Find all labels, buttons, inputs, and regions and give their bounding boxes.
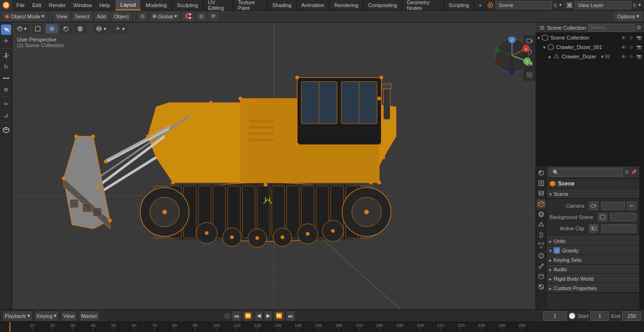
menu-edit[interactable]: Edit [28, 0, 45, 10]
options-button[interactable]: Options ▾ [614, 12, 642, 21]
prop-particles-icon[interactable] [537, 241, 546, 250]
view-layer-input[interactable] [575, 1, 631, 9]
prop-scene-icon[interactable] [537, 199, 546, 209]
workspace-uv-editing[interactable]: UV Editing [203, 0, 233, 10]
render3-icon[interactable]: 📷 [636, 53, 642, 60]
step-forward[interactable]: ⏩ [274, 311, 284, 321]
tool-scale[interactable] [1, 73, 11, 83]
record-button[interactable] [224, 313, 230, 319]
viewport3-icon[interactable]: ⊙ [628, 53, 635, 60]
tool-transform[interactable]: ⊞ [1, 84, 11, 95]
outliner-search[interactable] [588, 24, 635, 32]
menu-window[interactable]: Window [70, 0, 96, 10]
outliner-row-scene-collection[interactable]: ▾ Scene Collection 👁 ⊙ 📷 [536, 33, 644, 42]
audio-section-header[interactable]: ▸ Audio [546, 265, 639, 274]
prop-physics-icon[interactable] [537, 251, 546, 260]
tool-rotate[interactable]: ↻ [1, 62, 11, 72]
workspace-texture-paint[interactable]: Texture Paint [233, 0, 268, 10]
snap-toggle[interactable]: 🧲 [182, 12, 194, 21]
marker-menu[interactable]: Marker [79, 311, 99, 321]
viewport-gizmo-toggle[interactable]: ▾ [111, 24, 128, 33]
active-clip-value[interactable] [601, 224, 636, 233]
gravity-checkbox[interactable]: ✓ [553, 247, 560, 254]
object-menu[interactable]: Object [111, 12, 132, 21]
viewport-shading-rendered[interactable] [74, 24, 86, 33]
prop-output-icon[interactable] [537, 178, 546, 188]
play-forward[interactable]: ▶ [264, 311, 272, 321]
viewport2-icon[interactable]: ⊙ [628, 44, 635, 50]
view-layer-selector[interactable]: ⎘ ▾ [566, 1, 641, 9]
current-frame-input[interactable] [543, 311, 567, 321]
outliner-filter-icon[interactable]: ⊘ [636, 24, 641, 32]
select-menu[interactable]: Select [72, 12, 92, 21]
workspace-shading[interactable]: Shading [268, 0, 297, 10]
add-menu[interactable]: Add [94, 12, 109, 21]
go-to-start[interactable]: ⏮ [232, 311, 241, 321]
camera-field-value[interactable] [601, 202, 625, 210]
timeline-ruler[interactable]: 1 10203040506070809010011012013014015016… [0, 322, 644, 332]
menu-render[interactable]: Render [45, 0, 69, 10]
bg-scene-value[interactable] [610, 213, 636, 221]
workspace-scripting[interactable]: Scripting [444, 0, 474, 10]
start-frame-input[interactable] [590, 311, 609, 321]
workspace-geometry-nodes[interactable]: Geometry Nodes [402, 0, 444, 10]
viewport-shading-solid[interactable] [46, 24, 58, 33]
keying-sets-header[interactable]: ▸ Keying Sets [546, 255, 639, 265]
proportional-edit[interactable]: ◎ [196, 12, 206, 21]
prop-constraints-icon[interactable] [537, 261, 546, 271]
workspace-compositing[interactable]: Compositing [363, 0, 402, 10]
viewport-shading-wire[interactable] [32, 24, 44, 33]
keying-menu[interactable]: Keying ▾ [35, 311, 59, 321]
step-back[interactable]: ⏪ [243, 311, 253, 321]
view-layer-copy-icon[interactable]: ⎘ [633, 2, 636, 8]
tool-add-cube[interactable] [1, 125, 11, 135]
view-menu-tl[interactable]: View [61, 311, 76, 321]
clock-icon[interactable]: 🕐 [569, 313, 576, 319]
outliner-row-crawler-dozer-mesh[interactable]: ▸ Crawler_Dozer ▼99 👁 ⊙ 📷 [536, 52, 644, 61]
play-back[interactable]: ◀ [255, 311, 263, 321]
props-search-input[interactable] [549, 168, 623, 177]
workspace-rendering[interactable]: Rendering [330, 0, 363, 10]
bg-scene-icon[interactable] [598, 213, 607, 221]
viewport-restrict-icon[interactable]: ⊙ [628, 34, 635, 41]
render2-icon[interactable]: 📷 [636, 44, 642, 50]
view-layer-browse-icon[interactable]: ▾ [638, 2, 641, 8]
scene-section-header[interactable]: ▾ Scene [546, 189, 639, 199]
units-section-header[interactable]: ▸ Units [546, 236, 639, 246]
3d-viewport[interactable]: ▾ ▾ ▾ User [12, 23, 536, 309]
prop-view-layer-icon[interactable] [537, 189, 546, 198]
viewport-shading-material[interactable] [60, 24, 72, 33]
workspace-sculpting[interactable]: Sculpting [172, 0, 203, 10]
props-filter-icon[interactable]: ⊘ [625, 169, 629, 175]
prop-material-icon[interactable] [537, 282, 546, 292]
workspace-animation[interactable]: Animation [297, 0, 330, 10]
prop-render-icon[interactable] [537, 168, 546, 178]
prop-world-icon[interactable] [537, 210, 546, 219]
render-restrict-icon[interactable]: 📷 [636, 34, 642, 41]
custom-props-header[interactable]: ▸ Custom Properties [546, 283, 639, 293]
props-pin-button[interactable]: 📌 [631, 170, 636, 175]
scene-browse-icon[interactable]: ▾ [559, 2, 562, 8]
scene-selector[interactable]: ⎘ ▾ [487, 1, 562, 9]
go-to-end[interactable]: ⏭ [286, 311, 295, 321]
tool-cursor[interactable]: ✛ [1, 36, 11, 46]
tool-move[interactable] [1, 50, 11, 61]
scene-copy-icon[interactable]: ⎘ [554, 2, 557, 8]
eye-restrict-icon[interactable]: 👁 [620, 34, 627, 41]
camera-value-icon[interactable] [589, 202, 598, 210]
rigid-body-header[interactable]: ▸ Rigid Body World [546, 274, 639, 283]
tool-annotate[interactable]: ✏ [1, 99, 11, 109]
menu-file[interactable]: File [13, 0, 29, 10]
gravity-section-header[interactable]: ▾ ✓ Gravity [546, 246, 639, 255]
menu-help[interactable]: Help [96, 0, 114, 10]
outliner-row-crawler-dozer-001[interactable]: ▾ Crawler_Dozer_001 👁 ⊙ 📷 [536, 42, 644, 52]
transform-orientation[interactable]: ⊕ Global ▾ [149, 12, 180, 21]
object-mode-selector[interactable]: ◉ Object Mode ▾ [2, 12, 47, 21]
prop-data-icon[interactable] [537, 272, 546, 281]
proportional-falloff[interactable]: ⟳ [208, 12, 218, 21]
view-menu[interactable]: View [53, 12, 70, 21]
viewport-editor-type[interactable]: ▾ [14, 24, 30, 33]
workspace-layout[interactable]: Layout [116, 0, 141, 10]
viewport-overlay-toggle[interactable]: ▾ [93, 24, 109, 33]
end-frame-input[interactable] [622, 311, 641, 321]
